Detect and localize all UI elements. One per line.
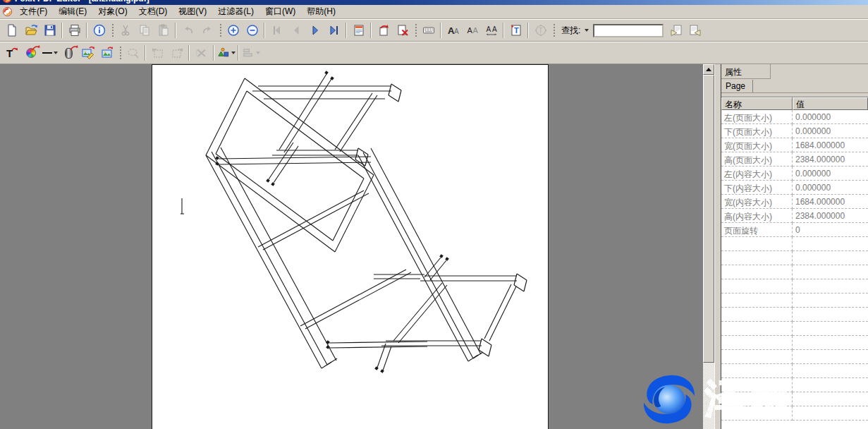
save-floppy-icon bbox=[43, 23, 57, 37]
previous-page-button[interactable] bbox=[286, 21, 305, 40]
tab-page[interactable]: Page bbox=[721, 80, 753, 92]
find-next-icon bbox=[688, 23, 702, 37]
scroll-up-button[interactable] bbox=[703, 64, 714, 75]
toolbar-grip[interactable] bbox=[111, 23, 114, 38]
align-objects-button[interactable] bbox=[241, 44, 260, 62]
lasso-select-button[interactable] bbox=[123, 44, 142, 62]
property-value-empty bbox=[793, 308, 868, 322]
property-value[interactable]: 1684.000000 bbox=[793, 138, 868, 152]
previous-page-icon bbox=[289, 23, 303, 37]
property-value-empty bbox=[793, 378, 868, 392]
cut-button[interactable] bbox=[116, 21, 135, 40]
empty-property-rows bbox=[721, 237, 868, 421]
panel-splitter[interactable] bbox=[714, 64, 721, 429]
property-value[interactable]: 0.000000 bbox=[793, 124, 868, 138]
property-value[interactable]: 0.000000 bbox=[793, 167, 868, 181]
column-header-value: 值 bbox=[793, 97, 868, 110]
property-row-empty bbox=[721, 279, 868, 294]
property-value[interactable]: 2384.000000 bbox=[793, 209, 868, 223]
find-next-button[interactable] bbox=[685, 21, 704, 40]
info-button[interactable] bbox=[90, 21, 109, 40]
undo-button[interactable] bbox=[178, 21, 197, 40]
workspace: 属性 Page 名称 值 左(页面大小) 0.000000 下(页面大小) 0.… bbox=[0, 64, 868, 429]
print-button[interactable] bbox=[65, 21, 84, 40]
text-tool-button[interactable]: T bbox=[531, 21, 550, 40]
keyboard-button[interactable] bbox=[419, 21, 438, 40]
first-page-button[interactable] bbox=[267, 21, 286, 40]
toolbar-grip[interactable] bbox=[219, 23, 221, 38]
svg-text:A: A bbox=[454, 28, 459, 35]
property-name-empty bbox=[721, 294, 793, 308]
menu-view[interactable]: 视图(V) bbox=[173, 4, 212, 19]
property-name: 高(内容大小) bbox=[721, 209, 793, 223]
add-image-button[interactable] bbox=[97, 44, 116, 62]
svg-text:T: T bbox=[6, 47, 13, 59]
property-value[interactable]: 0 bbox=[793, 223, 868, 237]
document-swirl-icon[interactable] bbox=[1, 6, 13, 18]
property-value[interactable]: 0.000000 bbox=[793, 110, 868, 124]
menu-object[interactable]: 对象(O) bbox=[93, 4, 132, 19]
zoom-out-button[interactable] bbox=[243, 21, 262, 40]
menu-file[interactable]: 文件(F) bbox=[15, 4, 52, 19]
save-button[interactable] bbox=[40, 21, 59, 40]
transform-right-button[interactable] bbox=[167, 44, 186, 62]
open-button[interactable] bbox=[21, 21, 40, 40]
copy-button[interactable] bbox=[135, 21, 154, 40]
property-name: 宽(内容大小) bbox=[721, 195, 793, 209]
add-text-object-button[interactable]: T bbox=[506, 21, 525, 40]
menu-help[interactable]: 帮助(H) bbox=[302, 4, 341, 19]
delete-object-button[interactable] bbox=[192, 44, 211, 62]
page-layout-button[interactable] bbox=[349, 21, 368, 40]
property-value[interactable]: 0.000000 bbox=[793, 181, 868, 195]
toolbar-grip[interactable] bbox=[414, 23, 417, 38]
menu-document[interactable]: 文档(D) bbox=[134, 4, 173, 19]
app-logo-icon bbox=[2, 0, 12, 4]
property-name-empty bbox=[721, 350, 793, 364]
next-page-button[interactable] bbox=[305, 21, 324, 40]
find-label: 查找: bbox=[561, 25, 580, 37]
property-row: 下(内容大小) 0.000000 bbox=[721, 181, 868, 195]
edit-shading-button[interactable] bbox=[59, 44, 78, 62]
property-value-empty bbox=[793, 364, 868, 378]
property-row: 页面旋转 0 bbox=[721, 223, 868, 237]
font-pair-button[interactable]: A A bbox=[463, 21, 482, 40]
font-button[interactable]: A A bbox=[444, 21, 463, 40]
find-dropdown-button[interactable] bbox=[582, 25, 590, 36]
transform-left-button[interactable] bbox=[148, 44, 167, 62]
property-name-empty bbox=[721, 279, 793, 294]
find-input[interactable] bbox=[593, 24, 664, 37]
menu-edit[interactable]: 编辑(E) bbox=[54, 4, 92, 19]
find-previous-button[interactable] bbox=[666, 21, 685, 40]
edit-text-button[interactable]: T bbox=[2, 44, 21, 62]
circled-text-icon: T bbox=[534, 23, 548, 37]
property-value[interactable]: 1684.000000 bbox=[793, 195, 868, 209]
toolbar-separator bbox=[188, 45, 190, 61]
rotate-page-button[interactable] bbox=[374, 21, 393, 40]
edit-color-button[interactable] bbox=[21, 44, 40, 62]
app-window: Foxit PDF Editor - [anzhuang.pdf] 文件(F) … bbox=[0, 0, 868, 429]
menu-window[interactable]: 窗口(W) bbox=[260, 4, 300, 19]
last-page-button[interactable] bbox=[324, 21, 343, 40]
delete-page-button[interactable] bbox=[393, 21, 412, 40]
property-row: 左(页面大小) 0.000000 bbox=[721, 110, 868, 124]
properties-table: 名称 值 左(页面大小) 0.000000 下(页面大小) 0.000000 宽… bbox=[721, 97, 868, 429]
new-document-button[interactable] bbox=[2, 21, 21, 40]
properties-panel: 属性 Page 名称 值 左(页面大小) 0.000000 下(页面大小) 0.… bbox=[721, 64, 868, 429]
menu-filter[interactable]: 过滤器(L) bbox=[213, 4, 259, 19]
char-spacing-button[interactable]: A A bbox=[482, 21, 501, 40]
vertical-scrollbar[interactable] bbox=[703, 64, 714, 429]
edit-toolbar: T bbox=[0, 42, 868, 64]
insert-shapes-button[interactable] bbox=[216, 44, 236, 62]
paste-button[interactable] bbox=[154, 21, 173, 40]
edit-line-button[interactable] bbox=[40, 44, 59, 62]
edit-image-button[interactable] bbox=[78, 44, 97, 62]
property-value[interactable]: 2384.000000 bbox=[793, 152, 868, 167]
document-page[interactable] bbox=[152, 64, 549, 429]
toolbar-grip[interactable] bbox=[552, 23, 555, 38]
property-value-empty bbox=[793, 406, 868, 421]
scrollbar-thumb[interactable] bbox=[703, 75, 714, 363]
toolbar-grip[interactable] bbox=[118, 45, 121, 61]
property-name: 高(页面大小) bbox=[721, 152, 793, 167]
redo-button[interactable] bbox=[197, 21, 216, 40]
zoom-in-button[interactable] bbox=[224, 21, 243, 40]
